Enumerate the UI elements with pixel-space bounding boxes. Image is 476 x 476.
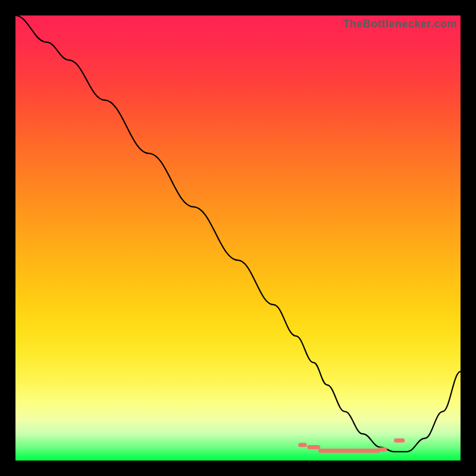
plot-area: TheBottlenecker.com <box>15 15 461 461</box>
chart-container: TheBottlenecker.com <box>0 0 476 476</box>
watermark-text: TheBottlenecker.com <box>343 18 457 30</box>
gradient-background <box>15 15 461 461</box>
